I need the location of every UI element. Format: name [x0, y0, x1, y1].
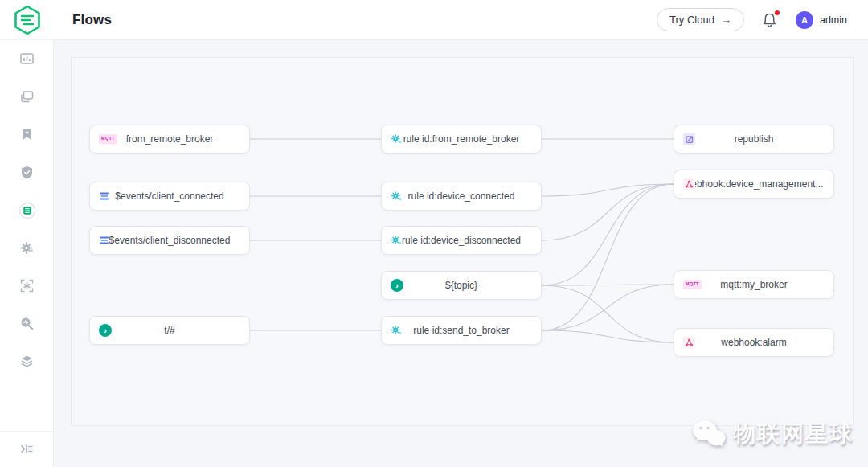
flow-node-label: ${topic} [445, 280, 477, 291]
collapse-sidebar-icon [20, 443, 34, 455]
flow-node-topic-var[interactable]: ›${topic} [381, 271, 542, 300]
flow-node-republish[interactable]: republish [674, 125, 834, 154]
webhook-icon [683, 337, 695, 349]
event-icon [99, 191, 110, 201]
unread-notification-dot [775, 10, 780, 15]
mqtt-bridge-icon: MQTT [99, 134, 117, 144]
topic-icon: › [391, 279, 403, 292]
emqx-logo-icon [14, 5, 41, 35]
sidebar-item-monitoring[interactable] [0, 40, 54, 78]
flow-node-label: $events/client_disconnected [109, 235, 231, 246]
rule-engine-icon [19, 240, 35, 256]
try-cloud-label: Try Cloud [669, 14, 714, 26]
try-cloud-button[interactable]: Try Cloud → [657, 8, 744, 31]
monitoring-icon [19, 51, 35, 67]
republish-icon [683, 133, 695, 145]
rule-icon [391, 235, 403, 247]
flow-edge [542, 184, 674, 240]
flow-node-label: rule id:device_connected [408, 190, 515, 202]
flow-edge [542, 285, 674, 330]
flow-node-label: $events/client_connected [115, 190, 223, 202]
sidebar-item-connections[interactable] [0, 78, 54, 116]
flow-edge [542, 285, 674, 342]
collapse-sidebar-button[interactable] [0, 435, 54, 462]
flow-node-rule-device-disconnected[interactable]: rule id:device_disconnected [381, 226, 542, 255]
flow-node-label: from_remote_broker [126, 133, 214, 145]
flow-node-label: republish [735, 133, 774, 145]
rule-icon [391, 325, 403, 337]
sidebar-divider [0, 431, 53, 432]
main-content: MQTTfrom_remote_broker $events/client_co… [54, 40, 868, 467]
avatar: A [796, 11, 813, 29]
extensions-icon [19, 278, 35, 293]
user-name: admin [820, 14, 847, 26]
flow-node-label: webhook:alarm [721, 337, 786, 348]
flow-node-client-disconnected[interactable]: $events/client_disconnected [89, 226, 250, 255]
flow-edge [542, 184, 674, 330]
flow-node-label: webhook:device_management... [685, 178, 824, 190]
flow-node-rule-from-remote-broker[interactable]: rule id:from_remote_broker [381, 125, 542, 154]
flow-node-rule-device-connected[interactable]: rule id:device_connected [381, 182, 542, 211]
sidebar-item-rule-engine[interactable] [0, 229, 54, 267]
arrow-right-icon: → [721, 14, 731, 26]
top-header: Flows Try Cloud → A admin [0, 0, 868, 40]
sidebar-item-system[interactable] [0, 342, 54, 380]
flow-node-label: rule id:device_disconnected [402, 235, 521, 246]
authentication-icon [19, 127, 35, 142]
flow-node-rule-send-to-broker[interactable]: rule id:send_to_broker [381, 316, 542, 345]
sidebar-item-diagnose[interactable] [0, 305, 54, 342]
flows-icon [18, 202, 36, 219]
user-menu[interactable]: A admin [796, 11, 847, 29]
flow-node-label: rule id:send_to_broker [413, 325, 509, 336]
flow-node-client-connected[interactable]: $events/client_connected [89, 182, 250, 211]
flow-node-from-remote-broker[interactable]: MQTTfrom_remote_broker [89, 125, 250, 154]
left-sidebar [0, 40, 54, 467]
rule-icon [391, 133, 403, 145]
flow-edge [542, 285, 674, 285]
sidebar-item-extensions[interactable] [0, 267, 54, 305]
rule-icon [391, 190, 403, 203]
system-icon [19, 354, 35, 369]
flow-edge [542, 184, 674, 285]
page-title: Flows [72, 12, 112, 28]
app-logo[interactable] [0, 0, 54, 40]
flow-canvas[interactable]: MQTTfrom_remote_broker $events/client_co… [71, 57, 854, 426]
sidebar-item-access-control[interactable] [0, 154, 54, 191]
flow-node-webhook-dm[interactable]: webhook:device_management... [674, 170, 834, 199]
sidebar-item-authentication[interactable] [0, 116, 54, 154]
sidebar-item-flows[interactable] [0, 191, 54, 229]
flow-node-label: mqtt:my_broker [720, 279, 787, 290]
flow-node-t-topic[interactable]: ›t/# [89, 316, 250, 345]
webhook-icon [683, 178, 695, 190]
connections-icon [19, 89, 35, 104]
event-icon [99, 236, 110, 245]
topic-icon: › [99, 324, 112, 337]
diagnose-icon [19, 316, 35, 331]
flow-node-label: t/# [164, 325, 174, 336]
mqtt-bridge-icon: MQTT [683, 280, 702, 289]
flow-node-mqtt-broker[interactable]: MQTTmqtt:my_broker [674, 270, 834, 299]
flow-node-label: rule id:from_remote_broker [403, 133, 520, 145]
access-control-icon [19, 165, 35, 180]
flow-node-webhook-alarm[interactable]: webhook:alarm [674, 328, 834, 357]
notifications-button[interactable] [762, 12, 778, 28]
